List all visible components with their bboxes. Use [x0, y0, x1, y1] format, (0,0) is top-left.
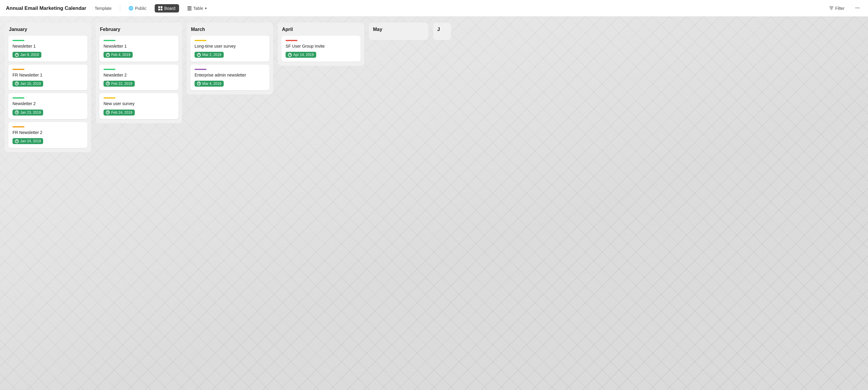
card-date-jan-2: Jan 10, 2019 — [12, 81, 43, 87]
card-color-bar-mar-1 — [194, 40, 207, 41]
card-jan-2[interactable]: FR Newsletter 1Jan 10, 2019 — [8, 64, 88, 90]
card-title-jan-3: Newsletter 2 — [12, 101, 83, 106]
card-color-bar-jan-1 — [12, 40, 24, 41]
column-may: May — [369, 23, 428, 40]
card-feb-3[interactable]: New user surveyFeb 24, 2019 — [99, 93, 179, 119]
card-date-mar-2: Mar 4, 2019 — [194, 81, 224, 87]
header-divider-1 — [120, 5, 120, 12]
svg-rect-3 — [161, 9, 162, 10]
card-color-bar-jan-2 — [12, 69, 24, 70]
board-label: Board — [164, 6, 175, 11]
column-title-may: May — [372, 27, 425, 32]
card-date-feb-1: Feb 4, 2019 — [103, 52, 133, 58]
svg-rect-7 — [187, 10, 192, 10]
card-title-feb-1: Newsletter 1 — [103, 44, 174, 49]
column-january: JanuaryNewsletter 1Jan 9, 2019FR Newslet… — [5, 23, 91, 152]
card-date-mar-1: Mar 2, 2019 — [194, 52, 224, 58]
header: Annual Email Marketing Calendar Template… — [0, 0, 868, 17]
clock-icon — [106, 82, 110, 85]
date-text-mar-2: Mar 4, 2019 — [202, 82, 221, 86]
clock-icon — [197, 53, 201, 57]
card-jan-4[interactable]: FR Newsletter 2Jan 24, 2019 — [8, 122, 88, 148]
filter-button[interactable]: Filter — [826, 4, 848, 12]
template-label: Template — [95, 6, 112, 11]
column-april: AprilSF User Group InviteApr 14, 2019 — [278, 23, 364, 66]
svg-rect-0 — [158, 6, 160, 8]
card-color-bar-apr-1 — [285, 40, 298, 41]
card-color-bar-jan-3 — [12, 98, 24, 99]
card-color-bar-feb-2 — [103, 69, 116, 70]
filter-label: Filter — [835, 6, 844, 11]
chevron-down-icon: ▾ — [205, 6, 207, 10]
card-title-jan-1: Newsletter 1 — [12, 44, 83, 49]
column-title-march: March — [190, 27, 270, 32]
column-title-april: April — [281, 27, 361, 32]
table-icon — [187, 6, 192, 10]
column-february: FebruaryNewsletter 1Feb 4, 2019Newslette… — [96, 23, 182, 123]
card-title-jan-2: FR Newsletter 1 — [12, 72, 83, 78]
card-date-jan-3: Jan 23, 2019 — [12, 110, 43, 115]
table-button[interactable]: Table ▾ — [184, 4, 210, 12]
date-text-jan-2: Jan 10, 2019 — [20, 82, 41, 86]
card-color-bar-feb-1 — [103, 40, 116, 41]
card-title-feb-3: New user survey — [103, 101, 174, 106]
clock-icon — [197, 82, 201, 85]
more-icon: ··· — [855, 5, 860, 11]
svg-rect-5 — [187, 7, 192, 8]
card-jan-3[interactable]: Newsletter 2Jan 23, 2019 — [8, 93, 88, 119]
date-text-feb-2: Feb 22, 2019 — [111, 82, 132, 86]
board-area: JanuaryNewsletter 1Jan 9, 2019FR Newslet… — [0, 17, 868, 390]
column-march: MarchLong-time user surveyMar 2, 2019Ent… — [187, 23, 273, 94]
clock-icon — [15, 110, 19, 114]
date-text-feb-3: Feb 24, 2019 — [111, 110, 132, 115]
template-button[interactable]: Template — [91, 4, 115, 12]
card-title-apr-1: SF User Group Invite — [285, 44, 356, 49]
svg-rect-1 — [161, 6, 162, 8]
column-june: J — [433, 23, 451, 40]
date-text-jan-3: Jan 23, 2019 — [20, 110, 41, 115]
card-date-feb-2: Feb 22, 2019 — [103, 81, 135, 87]
card-color-bar-mar-2 — [194, 69, 207, 70]
card-title-mar-2: Enterprise admin newsletter — [194, 72, 265, 78]
date-text-feb-1: Feb 4, 2019 — [111, 53, 130, 57]
globe-icon: 🌐 — [128, 6, 133, 10]
card-title-mar-1: Long-time user survey — [194, 44, 265, 49]
card-apr-1[interactable]: SF User Group InviteApr 14, 2019 — [281, 36, 361, 62]
clock-icon — [288, 53, 292, 57]
public-label: Public — [135, 6, 146, 11]
card-mar-2[interactable]: Enterprise admin newsletterMar 4, 2019 — [190, 64, 270, 90]
more-options-button[interactable]: ··· — [853, 3, 862, 13]
card-feb-2[interactable]: Newsletter 2Feb 22, 2019 — [99, 64, 179, 90]
date-text-apr-1: Apr 14, 2019 — [293, 53, 314, 57]
date-text-jan-1: Jan 9, 2019 — [20, 53, 39, 57]
card-mar-1[interactable]: Long-time user surveyMar 2, 2019 — [190, 36, 270, 62]
svg-rect-6 — [187, 9, 192, 9]
public-button[interactable]: 🌐 Public — [125, 4, 150, 12]
column-title-february: February — [99, 27, 179, 32]
card-feb-1[interactable]: Newsletter 1Feb 4, 2019 — [99, 36, 179, 62]
svg-rect-9 — [830, 8, 833, 8]
card-date-apr-1: Apr 14, 2019 — [285, 52, 316, 58]
filter-icon — [829, 6, 834, 10]
svg-rect-4 — [187, 6, 192, 7]
clock-icon — [15, 53, 19, 57]
card-color-bar-jan-4 — [12, 126, 24, 128]
column-title-june: J — [437, 27, 447, 32]
card-date-jan-4: Jan 24, 2019 — [12, 138, 43, 144]
board-button[interactable]: Board — [155, 4, 179, 12]
clock-icon — [106, 53, 110, 57]
date-text-mar-1: Mar 2, 2019 — [202, 53, 221, 57]
svg-rect-10 — [831, 9, 832, 9]
card-color-bar-feb-3 — [103, 98, 116, 99]
card-date-jan-1: Jan 9, 2019 — [12, 52, 41, 58]
card-jan-1[interactable]: Newsletter 1Jan 9, 2019 — [8, 36, 88, 62]
app-title: Annual Email Marketing Calendar — [6, 5, 86, 11]
date-text-jan-4: Jan 24, 2019 — [20, 139, 41, 143]
clock-icon — [15, 139, 19, 143]
card-title-feb-2: Newsletter 2 — [103, 72, 174, 78]
svg-rect-2 — [158, 9, 160, 10]
card-date-feb-3: Feb 24, 2019 — [103, 110, 135, 115]
clock-icon — [106, 110, 110, 114]
column-title-january: January — [8, 27, 88, 32]
svg-rect-8 — [829, 6, 834, 7]
